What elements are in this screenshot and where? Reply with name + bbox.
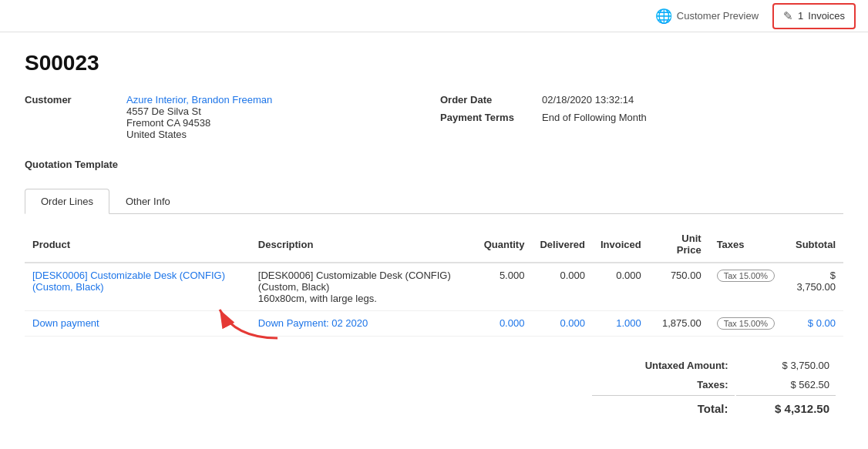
customer-field-group: Customer Azure Interior, Brandon Freeman… [25, 94, 428, 140]
tab-other-info[interactable]: Other Info [109, 189, 187, 213]
tax-badge: Tax 15.00% [717, 270, 775, 282]
order-date-group: Order Date 02/18/2020 13:32:14 [440, 94, 843, 106]
description-cell-2: Down Payment: 02 2020 [251, 311, 476, 337]
col-delivered: Delivered [532, 226, 593, 263]
customer-preview-button[interactable]: 🌐 Customer Preview [648, 3, 766, 29]
quantity-cell: 5.000 [476, 263, 533, 311]
taxes-cell-2: Tax 15.00% [709, 311, 782, 337]
col-product: Product [25, 226, 251, 263]
down-payment-description: Down Payment: 02 2020 [258, 317, 368, 329]
col-subtotal: Subtotal [782, 226, 843, 263]
customer-preview-label: Customer Preview [677, 10, 759, 22]
customer-name-link[interactable]: Azure Interior, Brandon Freeman [126, 94, 272, 106]
col-invoiced: Invoiced [593, 226, 649, 263]
delivered-cell: 0.000 [532, 263, 593, 311]
globe-icon: 🌐 [655, 8, 672, 25]
totals-section: Untaxed Amount: $ 3,750.00 Taxes: $ 562.… [25, 355, 843, 420]
taxes-row: Taxes: $ 562.50 [592, 376, 836, 394]
customer-address-3: United States [126, 129, 272, 140]
tax-badge-2: Tax 15.00% [717, 317, 775, 330]
col-unit-price: Unit Price [649, 226, 709, 263]
order-table: Product Description Quantity Delivered I… [25, 226, 843, 337]
untaxed-amount-row: Untaxed Amount: $ 3,750.00 [592, 357, 836, 374]
totals-table: Untaxed Amount: $ 3,750.00 Taxes: $ 562.… [590, 355, 837, 420]
customer-label: Customer [25, 94, 117, 140]
col-taxes: Taxes [709, 226, 782, 263]
customer-address-2: Fremont CA 94538 [126, 117, 272, 129]
down-payment-link[interactable]: Down payment [32, 317, 99, 329]
order-title: S00023 [25, 51, 843, 75]
quotation-template-row: Quotation Template [25, 159, 843, 170]
form-section: Customer Azure Interior, Brandon Freeman… [25, 94, 843, 140]
total-value: $ 4,312.50 [736, 395, 836, 418]
untaxed-label: Untaxed Amount: [592, 357, 735, 374]
customer-address-1: 4557 De Silva St [126, 106, 272, 117]
top-bar-actions: 🌐 Customer Preview ✎ 1 Invoices [648, 3, 856, 29]
invoices-count: 1 [798, 10, 803, 22]
invoices-label: Invoices [808, 10, 845, 22]
table-row: Down payment [25, 311, 843, 337]
untaxed-value: $ 3,750.00 [736, 357, 836, 374]
payment-terms-value: End of Following Month [542, 112, 647, 123]
total-label: Total: [592, 395, 735, 418]
edit-icon: ✎ [783, 9, 793, 23]
subtotal-cell-2: $ 0.00 [782, 311, 843, 337]
invoiced-cell-2: 1.000 [593, 311, 649, 337]
delivered-cell-2: 0.000 [532, 311, 593, 337]
product-cell: [DESK0006] Customizable Desk (CONFIG) (C… [25, 263, 251, 311]
invoices-button[interactable]: ✎ 1 Invoices [772, 3, 856, 29]
total-row: Total: $ 4,312.50 [592, 395, 836, 418]
subtotal-cell: $ 3,750.00 [782, 263, 843, 311]
description-cell: [DESK0006] Customizable Desk (CONFIG) (C… [251, 263, 476, 311]
taxes-value: $ 562.50 [736, 376, 836, 394]
payment-terms-group: Payment Terms End of Following Month [440, 112, 843, 123]
right-fields: Order Date 02/18/2020 13:32:14 Payment T… [440, 94, 843, 140]
payment-terms-label: Payment Terms [440, 112, 533, 123]
order-date-value: 02/18/2020 13:32:14 [542, 94, 634, 106]
invoiced-cell: 0.000 [593, 263, 649, 311]
main-content: S00023 Customer Azure Interior, Brandon … [0, 32, 868, 438]
table-header-row: Product Description Quantity Delivered I… [25, 226, 843, 263]
col-description: Description [251, 226, 476, 263]
col-quantity: Quantity [476, 226, 533, 263]
quotation-template-label: Quotation Template [25, 159, 118, 170]
tab-order-lines[interactable]: Order Lines [25, 189, 109, 214]
product-link[interactable]: [DESK0006] Customizable Desk (CONFIG) (C… [32, 270, 225, 293]
top-bar: 🌐 Customer Preview ✎ 1 Invoices [0, 0, 868, 32]
taxes-label: Taxes: [592, 376, 735, 394]
table-row: [DESK0006] Customizable Desk (CONFIG) (C… [25, 263, 843, 311]
quantity-cell-2: 0.000 [476, 311, 533, 337]
tabs: Order Lines Other Info [25, 189, 843, 214]
taxes-cell: Tax 15.00% [709, 263, 782, 311]
unit-price-cell-2: 1,875.00 [649, 311, 709, 337]
customer-value: Azure Interior, Brandon Freeman 4557 De … [126, 94, 272, 140]
order-date-label: Order Date [440, 94, 533, 106]
unit-price-cell: 750.00 [649, 263, 709, 311]
product-cell-2: Down payment [25, 311, 251, 337]
